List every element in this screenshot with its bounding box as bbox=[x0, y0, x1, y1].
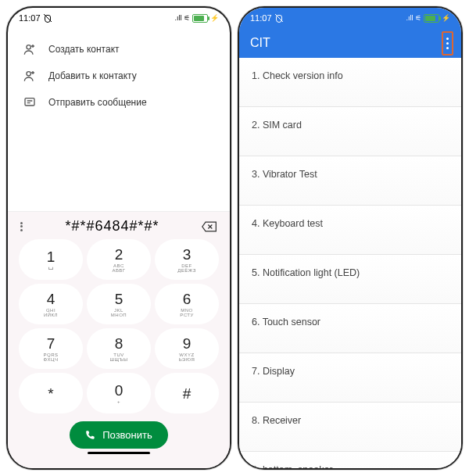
add-person-icon bbox=[23, 43, 36, 55]
list-item[interactable]: 4. Keyboard test bbox=[239, 206, 461, 255]
status-time: 11:07 bbox=[250, 13, 272, 23]
key-digit: 7 bbox=[47, 336, 55, 351]
key-digit: 6 bbox=[183, 292, 192, 306]
dialer-panel: *#*#6484#*#* 1⌴2ABCАБВГ3DEFДЕЁЖЗ4GHIИЙКЛ… bbox=[8, 211, 230, 468]
key-0[interactable]: 0+ bbox=[87, 373, 151, 413]
key-5[interactable]: 5JKLМНОП bbox=[87, 284, 151, 324]
list-item[interactable]: 1. Check version info bbox=[239, 58, 461, 107]
key-9[interactable]: 9WXYZЬЭЮЯ bbox=[155, 328, 219, 369]
key-sub: MNOРСТУ bbox=[180, 308, 194, 317]
key-sub: ⌴ bbox=[48, 266, 54, 270]
key-digit: 9 bbox=[183, 336, 192, 351]
key-digit: 2 bbox=[115, 247, 124, 262]
list-item[interactable]: 7. Display bbox=[239, 353, 461, 403]
key-8[interactable]: 8TUVШЩЪЫ bbox=[87, 328, 151, 369]
action-label: Добавить к контакту bbox=[48, 70, 137, 81]
key-*[interactable]: * bbox=[19, 373, 83, 413]
backspace-icon[interactable] bbox=[202, 221, 217, 232]
list-item[interactable]: 2. SIM card bbox=[239, 107, 461, 156]
status-bar: 11:07 .ıll ⚟ ⚡ bbox=[8, 8, 230, 28]
home-indicator[interactable] bbox=[88, 452, 150, 454]
action-label: Создать контакт bbox=[48, 44, 120, 55]
key-digit: 1 bbox=[47, 249, 55, 264]
key-digit: # bbox=[183, 386, 192, 401]
svg-rect-2 bbox=[25, 98, 34, 106]
key-sub: JKLМНОП bbox=[111, 308, 127, 317]
status-time: 11:07 bbox=[19, 13, 41, 23]
app-header: CIT bbox=[239, 28, 461, 58]
message-icon bbox=[23, 96, 36, 109]
action-add-to-contact[interactable]: Добавить к контакту bbox=[8, 63, 230, 89]
dialed-number: *#*#6484#*#* bbox=[23, 218, 202, 234]
svg-point-0 bbox=[27, 45, 30, 49]
key-7[interactable]: 7PQRSФХЦЧ bbox=[19, 328, 83, 369]
keypad: 1⌴2ABCАБВГ3DEFДЕЁЖЗ4GHIИЙКЛ5JKLМНОП6MNOР… bbox=[13, 239, 225, 413]
call-label: Позвонить bbox=[102, 429, 152, 441]
key-sub: ABCАБВГ bbox=[112, 263, 125, 273]
key-digit: * bbox=[48, 386, 53, 401]
key-digit: 0 bbox=[115, 383, 124, 398]
list-item[interactable]: 5. Notification light (LED) bbox=[239, 255, 461, 304]
key-sub: TUVШЩЪЫ bbox=[109, 353, 127, 362]
svg-point-1 bbox=[27, 72, 30, 76]
actions-list: Создать контакт Добавить к контакту Отпр… bbox=[8, 28, 230, 123]
app-title: CIT bbox=[250, 36, 270, 50]
mute-icon bbox=[44, 14, 52, 22]
list-item[interactable]: 3. Vibrator Test bbox=[239, 156, 461, 206]
key-sub: PQRSФХЦЧ bbox=[43, 353, 58, 362]
key-6[interactable]: 6MNOРСТУ bbox=[155, 284, 219, 324]
test-list: 1. Check version info2. SIM card3. Vibra… bbox=[239, 58, 461, 468]
overflow-menu-icon[interactable] bbox=[442, 31, 453, 55]
key-sub: GHIИЙКЛ bbox=[44, 308, 58, 317]
action-label: Отправить сообщение bbox=[48, 97, 147, 108]
key-3[interactable]: 3DEFДЕЁЖЗ bbox=[155, 239, 219, 280]
key-2[interactable]: 2ABCАБВГ bbox=[87, 239, 151, 280]
add-person-icon bbox=[23, 70, 36, 82]
status-icons: .ıll ⚟ ⚡ bbox=[406, 14, 450, 23]
status-bar: 11:07 .ıll ⚟ ⚡ bbox=[239, 8, 461, 28]
list-item[interactable]: 8. Receiver bbox=[239, 403, 461, 452]
key-digit: 3 bbox=[183, 247, 192, 262]
key-sub: DEFДЕЁЖЗ bbox=[177, 263, 196, 273]
cit-phone: 11:07 .ıll ⚟ ⚡ CIT 1. Check version info… bbox=[238, 6, 463, 470]
mute-icon bbox=[275, 14, 283, 22]
action-create-contact[interactable]: Создать контакт bbox=[8, 36, 230, 63]
key-sub: + bbox=[117, 399, 120, 404]
key-sub: WXYZЬЭЮЯ bbox=[179, 353, 195, 362]
action-send-message[interactable]: Отправить сообщение bbox=[8, 89, 230, 116]
list-item[interactable]: 6. Touch sensor bbox=[239, 304, 461, 353]
key-#[interactable]: # bbox=[155, 373, 219, 413]
phone-icon bbox=[85, 430, 96, 441]
battery-icon bbox=[192, 14, 208, 23]
list-item[interactable]: 9. bottom_speaker bbox=[239, 452, 461, 468]
battery-icon bbox=[424, 14, 439, 23]
key-1[interactable]: 1⌴ bbox=[19, 239, 83, 280]
status-icons: .ıll ⚟ ⚡ bbox=[174, 14, 219, 23]
key-digit: 5 bbox=[115, 292, 124, 306]
dialer-phone: 11:07 .ıll ⚟ ⚡ Создать контакт Добавить … bbox=[6, 6, 231, 470]
key-digit: 8 bbox=[115, 336, 124, 351]
key-digit: 4 bbox=[47, 292, 55, 306]
key-4[interactable]: 4GHIИЙКЛ bbox=[19, 284, 83, 324]
call-button[interactable]: Позвонить bbox=[70, 421, 168, 449]
